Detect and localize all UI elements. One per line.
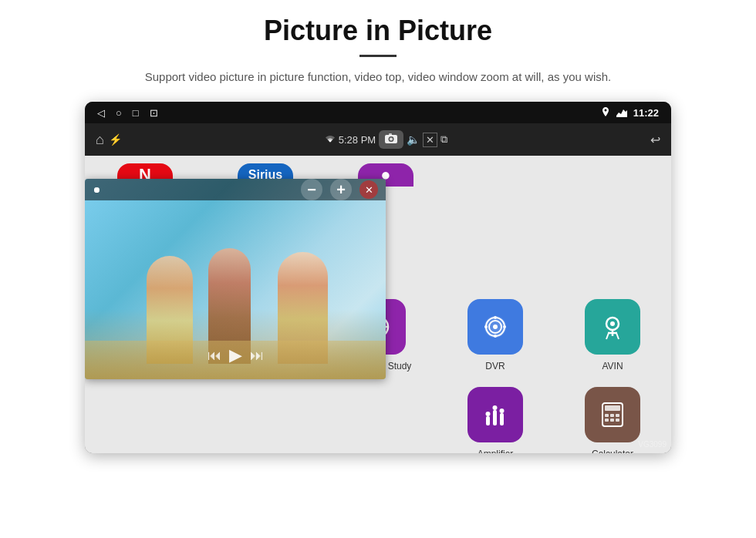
- svg-rect-38: [616, 419, 619, 422]
- watermark: VG3099: [638, 440, 667, 449]
- close-icon[interactable]: ✕: [423, 133, 437, 147]
- svg-point-17: [494, 316, 497, 319]
- svg-rect-32: [605, 405, 620, 411]
- camera-icon: [385, 133, 397, 143]
- dvr-svg: [480, 311, 511, 342]
- svg-rect-27: [500, 413, 504, 425]
- app-bar-left: ⌂ ⚡: [96, 132, 122, 148]
- app-bar-right: ↩: [650, 133, 660, 147]
- nav-back-icon[interactable]: ◁: [97, 107, 105, 119]
- svg-rect-34: [610, 414, 614, 417]
- camera-button[interactable]: [379, 130, 403, 149]
- location-icon: [601, 107, 610, 118]
- svg-rect-37: [610, 419, 614, 422]
- svg-marker-0: [616, 109, 627, 117]
- status-bar: ◁ ○ □ ⊡ 11:22: [85, 102, 671, 123]
- app-bar-center: 5:28 PM 🔈 ✕ ⧉: [325, 130, 447, 149]
- pip-minus-btn[interactable]: −: [301, 179, 322, 200]
- status-bar-right: 11:22: [601, 107, 659, 119]
- title-divider: [359, 55, 397, 57]
- dvr-icon: [467, 299, 523, 355]
- svg-point-16: [493, 324, 498, 329]
- wifi-icon: [325, 135, 336, 144]
- page-wrapper: Picture in Picture Support video picture…: [0, 0, 756, 538]
- app-amplifier[interactable]: Amplifier: [437, 379, 554, 453]
- pip-container[interactable]: ⏺ − + ✕ ⏮ ▶ ⏭: [85, 179, 386, 379]
- app-bar: ⌂ ⚡ 5:28 PM 🔈: [85, 123, 671, 156]
- svg-rect-36: [605, 419, 609, 422]
- volume-icon[interactable]: 🔈: [407, 133, 420, 146]
- svg-rect-35: [616, 414, 619, 417]
- pip-record-icon: ⏺: [93, 185, 101, 194]
- calculator-svg: [598, 400, 627, 429]
- back-icon[interactable]: ↩: [650, 133, 660, 147]
- time-label: 5:28 PM: [339, 134, 376, 146]
- svg-point-20: [503, 325, 506, 328]
- amplifier-icon: [467, 387, 523, 442]
- status-time: 11:22: [633, 107, 659, 119]
- svg-rect-33: [605, 414, 609, 417]
- svg-rect-25: [486, 416, 490, 425]
- svg-point-18: [494, 335, 497, 338]
- amplifier-label: Amplifier: [478, 449, 514, 453]
- empty-cell-1: [85, 379, 202, 453]
- page-subtitle: Support video picture in picture functio…: [145, 68, 611, 86]
- usb-icon: ⚡: [109, 133, 122, 146]
- pip-next-btn[interactable]: ⏭: [250, 348, 264, 364]
- empty-top-1: [446, 156, 559, 194]
- nav-recent-icon[interactable]: □: [133, 107, 139, 119]
- calculator-icon: [585, 387, 640, 442]
- svg-point-29: [493, 405, 498, 410]
- signal-icon: [616, 108, 627, 117]
- calculator-label: Calculator: [592, 449, 633, 453]
- empty-top-2: [559, 156, 671, 194]
- pip-plus-btn[interactable]: +: [330, 179, 352, 200]
- pip-prev-btn[interactable]: ⏮: [208, 348, 221, 364]
- device-frame: ◁ ○ □ ⊡ 11:22 ⌂ ⚡: [85, 102, 671, 453]
- svg-point-3: [390, 138, 393, 141]
- nav-cast-icon[interactable]: ⊡: [150, 107, 158, 119]
- avin-svg: [597, 311, 628, 342]
- svg-rect-26: [493, 410, 497, 425]
- svg-point-28: [486, 412, 491, 416]
- svg-point-22: [610, 321, 615, 326]
- main-area: N Sirius ●: [85, 156, 671, 453]
- svg-point-30: [500, 409, 505, 413]
- pip-controls-top: − + ✕: [301, 179, 378, 200]
- nav-home-icon[interactable]: ○: [116, 107, 122, 119]
- app-avin[interactable]: AVIN: [554, 291, 671, 379]
- avin-label: AVIN: [602, 361, 623, 372]
- home-button[interactable]: ⌂: [96, 132, 104, 148]
- pip-close-btn[interactable]: ✕: [359, 180, 378, 199]
- pip-play-btn[interactable]: ▶: [229, 345, 242, 365]
- status-bar-left: ◁ ○ □ ⊡: [97, 107, 158, 119]
- window-icon[interactable]: ⧉: [440, 133, 447, 146]
- svg-rect-4: [389, 133, 392, 136]
- svg-point-19: [484, 325, 488, 328]
- page-title: Picture in Picture: [264, 14, 492, 47]
- empty-cell-3: [319, 379, 437, 453]
- app-dvr[interactable]: DVR: [437, 291, 554, 379]
- dvr-label: DVR: [485, 361, 505, 372]
- empty-cell-2: [202, 379, 319, 453]
- pip-top-bar: ⏺ − + ✕: [85, 179, 386, 200]
- avin-icon: [585, 299, 640, 355]
- amplifier-svg: [480, 399, 511, 430]
- pip-playback: ⏮ ▶ ⏭: [208, 345, 264, 365]
